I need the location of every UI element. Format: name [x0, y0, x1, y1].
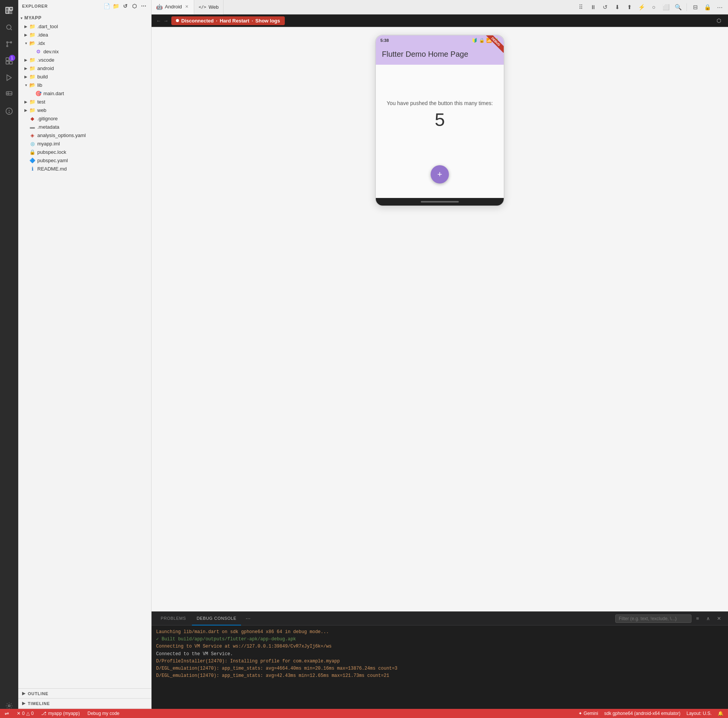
hard-restart-label: Hard Restart [220, 18, 249, 24]
outline-label: OUTLINE [28, 691, 48, 696]
tab-android[interactable]: 🤖 Android ✕ [152, 0, 194, 14]
hot-reload-button[interactable]: ⚡ [636, 2, 647, 13]
console-line-5: D/ProfileInstaller(12470): Installing pr… [156, 658, 723, 665]
shield-icon: 🔰 [472, 38, 477, 43]
activity-problems[interactable] [2, 104, 17, 119]
restart-button[interactable]: ↺ [600, 2, 610, 13]
more-actions-button[interactable]: ⋯ [714, 2, 725, 13]
device-preview-area: 5:38 🔰 🔒 📶 🔋 Flutter Demo Home Page DEBU… [152, 27, 728, 611]
activity-explorer[interactable] [2, 3, 17, 18]
back-button[interactable]: ← [156, 18, 161, 24]
tab-web[interactable]: </> Web [194, 0, 224, 14]
tree-test[interactable]: ▶ 📁 test [18, 97, 151, 106]
clear-console-button[interactable]: ≡ [693, 614, 702, 623]
stop-button[interactable]: ○ [648, 2, 659, 13]
tree-label: analysis_options.yaml [37, 132, 86, 138]
console-line-3: Connecting to VM Service at ws://127.0.0… [156, 643, 723, 650]
tree-web[interactable]: ▶ 📁 web [18, 106, 151, 114]
tree-analysis-options[interactable]: ▶ ◈ analysis_options.yaml [18, 131, 151, 139]
tree-metadata[interactable]: ▶ ▬ .metadata [18, 123, 151, 131]
folder-icon: 📁 [29, 65, 36, 72]
chevron-right-icon: ▶ [23, 57, 29, 63]
iml-file-icon: ◎ [29, 140, 36, 147]
tree-root[interactable]: ▾ MYAPP [18, 14, 151, 22]
grid-icon[interactable]: ⠿ [575, 2, 586, 13]
new-file-button[interactable]: 📄 [103, 2, 111, 10]
tree-idx[interactable]: ▾ 📂 .idx [18, 39, 151, 47]
activity-source-control[interactable] [2, 37, 17, 52]
device-content: You have pushed the button this many tim… [376, 65, 504, 198]
tree-pubspec-lock[interactable]: ▶ 🔒 pubspec.lock [18, 148, 151, 156]
debug-label-indicator[interactable]: Debug my code [86, 711, 121, 716]
open-external-button[interactable]: ⬡ [714, 16, 723, 25]
tree-dev-nix[interactable]: ▶ ⚙ dev.nix [18, 47, 151, 56]
pause-button[interactable]: ⏸ [588, 2, 598, 13]
console-filter-input[interactable] [615, 614, 691, 623]
remote-icon: ⇌ [5, 710, 9, 716]
gemini-indicator[interactable]: ✦ Gemini [577, 711, 600, 716]
device-indicator[interactable]: sdk gphone64 (android-x64 emulator) [603, 711, 682, 716]
console-line-2: ✓ Built build/app/outputs/flutter-apk/ap… [156, 636, 723, 643]
folder-open-icon: 📂 [29, 40, 36, 46]
branch-indicator[interactable]: ⎇ myapp (myapp) [40, 711, 81, 716]
new-folder-button[interactable]: 📁 [112, 2, 120, 10]
svg-point-3 [6, 41, 8, 43]
timeline-panel: ▶ TIMELINE [18, 698, 151, 708]
tree-gitignore[interactable]: ▶ ◆ .gitignore [18, 114, 151, 123]
scroll-lock-button[interactable]: ∧ [704, 614, 713, 623]
outline-header[interactable]: ▶ OUTLINE [18, 689, 151, 698]
tree-readme[interactable]: ▶ ℹ README.md [18, 164, 151, 173]
tree-myapp-iml[interactable]: ▶ ◎ myapp.iml [18, 139, 151, 148]
refresh-button[interactable]: ↺ [121, 2, 129, 10]
tree-pubspec-yaml[interactable]: ▶ 🔷 pubspec.yaml [18, 156, 151, 164]
console-line-7: D/EGL_emulation(12470): app_time_stats: … [156, 672, 723, 680]
stop-filled-button[interactable]: ⬜ [661, 2, 671, 13]
app-title: Flutter Demo Home Page [382, 50, 498, 59]
fab-button[interactable]: + [431, 165, 449, 183]
tree-lib[interactable]: ▾ 📂 lib [18, 81, 151, 89]
forward-button[interactable]: → [163, 18, 168, 24]
sidebar: EXPLORER 📄 📁 ↺ ⬡ ⋯ ▾ MYAPP ▶ 📁 .dart_too… [18, 0, 152, 718]
tab-problems[interactable]: PROBLEMS [156, 612, 190, 625]
tree-idea[interactable]: ▶ 📁 .idea [18, 30, 151, 39]
device-mirror-button[interactable]: 🔍 [673, 2, 683, 13]
yaml-file-icon: 🔷 [29, 157, 36, 164]
tree-build[interactable]: ▶ 📁 build [18, 72, 151, 81]
android-icon: 🤖 [156, 4, 163, 10]
show-logs-label: Show logs [255, 18, 280, 24]
git-file-icon: ◆ [29, 115, 36, 122]
chevron-right-icon: ▶ [23, 107, 29, 113]
activity-search[interactable] [2, 20, 17, 35]
activity-extensions[interactable]: 1 [2, 53, 17, 69]
tree-vscode[interactable]: ▶ 📁 .vscode [18, 56, 151, 64]
more-tabs-button[interactable]: ⋯ [243, 616, 254, 621]
disconnected-pill[interactable]: Disconnected · Hard Restart · Show logs [171, 16, 285, 25]
tab-close-button[interactable]: ✕ [184, 3, 189, 10]
chevron-right-icon: ▶ [23, 32, 29, 38]
remote-indicator[interactable]: ⇌ [3, 710, 11, 716]
more-options-button[interactable]: ⋯ [140, 2, 147, 10]
layout-indicator[interactable]: Layout: U.S. [685, 711, 713, 716]
error-indicator[interactable]: ✕ 0 △ 0 [15, 711, 35, 716]
tree-main-dart[interactable]: ▶ 🎯 main.dart [18, 89, 151, 97]
tree-android[interactable]: ▶ 📁 android [18, 64, 151, 72]
tree-dart-tool[interactable]: ▶ 📁 .dart_tool [18, 22, 151, 30]
split-editor-button[interactable]: ⊟ [690, 2, 701, 13]
timeline-header[interactable]: ▶ TIMELINE [18, 699, 151, 708]
tree-label: .gitignore [37, 116, 57, 121]
step-over-button[interactable]: ⬇ [612, 2, 623, 13]
collapse-all-button[interactable]: ⬡ [131, 2, 138, 10]
svg-rect-8 [6, 61, 9, 64]
activity-testing[interactable] [2, 87, 17, 102]
explorer-title: EXPLORER [22, 4, 48, 8]
close-panel-button[interactable]: ✕ [714, 614, 723, 623]
step-into-button[interactable]: ⬆ [624, 2, 635, 13]
svg-point-5 [6, 45, 8, 46]
lock-button[interactable]: 🔒 [702, 2, 713, 13]
bell-button[interactable]: 🔔 [716, 711, 725, 716]
tree-label: test [37, 99, 45, 105]
activity-run-debug[interactable] [2, 70, 17, 85]
chevron-right-icon: ▶ [23, 65, 29, 71]
tab-debug-console[interactable]: DEBUG CONSOLE [192, 612, 241, 625]
disconnected-label: Disconnected [181, 18, 214, 24]
